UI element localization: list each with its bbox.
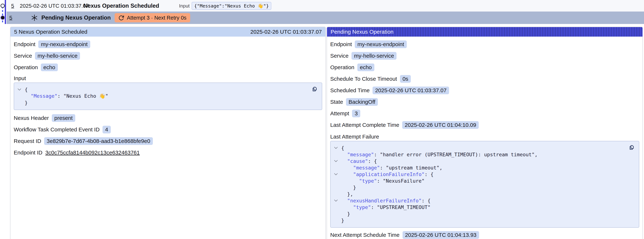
json-text: : "upstream timeout",: [380, 165, 442, 170]
field-label: Endpoint ID: [14, 150, 42, 156]
code-text: },: [341, 191, 353, 197]
field-label: Schedule To Close Timeout: [330, 76, 397, 82]
code-line: "type": "NexusFailure": [333, 178, 624, 184]
event-detail-timestamp: 2025-02-26 UTC 01:03:37.07: [250, 29, 322, 35]
field-label: Request ID: [14, 138, 41, 144]
code-text: }: [25, 100, 28, 106]
json-text: }: [341, 211, 350, 217]
collapse-chevron-icon[interactable]: [333, 147, 339, 149]
input-section-label: Input: [14, 74, 322, 82]
field-value-badge: 2025-02-26 UTC 01:04:13.93: [402, 231, 479, 239]
json-text: },: [341, 191, 353, 197]
event-fields-bottom: Nexus HeaderpresentWorkflow Task Complet…: [14, 112, 322, 158]
json-text: }: [341, 218, 344, 223]
code-line: }: [17, 99, 307, 106]
pending-operation-panel: Pending Nexus Operation Endpointmy-nexus…: [326, 27, 643, 239]
code-line: "cause": {: [333, 158, 624, 164]
field-label: Attempt: [330, 110, 349, 116]
json-text: : {: [424, 172, 434, 177]
input-json-block: { "Message": "Nexus Echo 👋"}: [14, 82, 322, 110]
code-line: "type": "UPSTREAM_TIMEOUT": [333, 204, 624, 210]
json-text: [341, 172, 353, 177]
field-label: State: [330, 99, 343, 105]
timeline-active-bar: [5, 0, 6, 24]
field-row: Endpointmy-nexus-endpoint: [14, 38, 322, 50]
event-timestamp: 2025-02-26 UTC 01:03:37.07: [20, 3, 89, 9]
field-row: Workflow Task Completed Event ID4: [14, 124, 322, 135]
pending-operation-title: Pending Nexus Operation: [330, 29, 394, 35]
copy-button[interactable]: [628, 144, 635, 151]
timeline-pending-circle-icon[interactable]: [1, 16, 4, 20]
history-row-pending-selected[interactable]: 5 Pending Nexus Operation Attempt 3 · Ne…: [6, 12, 644, 24]
collapse-chevron-icon[interactable]: [333, 173, 339, 175]
field-label: Endpoint: [330, 41, 352, 48]
code-line: "Message": "Nexus Echo 👋": [17, 93, 307, 99]
failure-section-label: Last Attempt Failure: [330, 132, 639, 141]
field-value-badge: my-hello-service: [352, 52, 396, 60]
code-text: "message": "handler error (UPSTREAM_TIME…: [341, 152, 538, 158]
field-label: Operation: [330, 64, 354, 70]
event-input-chip[interactable]: {"Message":"Nexus Echo 👋"}: [192, 2, 271, 10]
field-value-badge: present: [52, 114, 75, 122]
pending-footer-fields: Next Attempt Schedule Time2025-02-26 UTC…: [330, 229, 639, 239]
code-text: {: [25, 87, 28, 92]
field-row: Nexus Headerpresent: [14, 112, 322, 124]
json-text: [341, 158, 347, 164]
json-text: : {: [368, 158, 377, 164]
field-row: Next Attempt Schedule Time2025-02-26 UTC…: [330, 229, 639, 239]
field-row: StateBackingOff: [330, 96, 639, 108]
history-row-scheduled[interactable]: 5 2025-02-26 UTC 01:03:37.07 Nexus Opera…: [6, 0, 644, 12]
collapse-chevron-icon[interactable]: [333, 160, 339, 162]
pending-event-title: Pending Nexus Operation: [41, 14, 111, 21]
event-detail-title: 5 Nexus Operation Scheduled: [14, 29, 87, 35]
json-text: : {: [422, 198, 430, 204]
event-title: Nexus Operation Scheduled: [84, 2, 159, 9]
code-text: }: [341, 211, 350, 217]
timeline-event-circle-icon[interactable]: [0, 4, 5, 8]
collapse-chevron-icon[interactable]: [333, 200, 339, 202]
pending-fields: Endpointmy-nexus-endpointServicemy-hello…: [330, 38, 639, 131]
code-text: "type": "UPSTREAM_TIMEOUT": [341, 204, 430, 210]
copy-button[interactable]: [311, 86, 318, 93]
field-value-badge: 4: [102, 126, 111, 134]
field-row: Operationecho: [14, 62, 322, 73]
field-value-badge: echo: [41, 64, 58, 71]
field-label: Nexus Header: [14, 115, 49, 121]
field-value-badge: my-nexus-endpoint: [38, 40, 90, 48]
json-key: "message": [347, 152, 374, 158]
code-line: },: [333, 191, 624, 197]
event-input-label: Input: [179, 3, 190, 8]
json-key: "applicationFailureInfo": [353, 172, 424, 177]
json-text: : "UPSTREAM_TIMEOUT": [371, 204, 430, 210]
field-label: Next Attempt Schedule Time: [330, 232, 400, 238]
code-text: "Message": "Nexus Echo 👋": [25, 93, 108, 99]
code-line: }: [333, 184, 624, 191]
field-value-badge: 2025-02-26 UTC 01:03:37.07: [372, 86, 449, 94]
json-text: [341, 178, 359, 184]
json-text: {: [341, 145, 344, 151]
pending-asterisk-icon: [31, 14, 38, 22]
code-line: "applicationFailureInfo": {: [333, 171, 624, 178]
code-line: }: [333, 217, 624, 224]
field-label: Operation: [14, 64, 38, 70]
field-value-link[interactable]: 3c0c75ccfa8144b092c13ce632463761: [46, 150, 140, 156]
code-text: "cause": {: [341, 158, 377, 164]
code-text: }: [341, 218, 344, 223]
code-text: {: [341, 145, 344, 151]
json-key: "cause": [347, 158, 368, 164]
event-fields-top: Endpointmy-nexus-endpointServicemy-hello…: [14, 38, 322, 73]
code-text: }: [341, 185, 356, 190]
event-id-link[interactable]: 5: [11, 3, 14, 9]
collapse-chevron-icon[interactable]: [17, 88, 22, 90]
json-key: "nexusHandlerFailureInfo": [347, 198, 422, 204]
json-text: [25, 93, 31, 99]
field-row: Servicemy-hello-service: [330, 50, 639, 62]
pending-operation-header: Pending Nexus Operation: [327, 27, 642, 36]
field-row: Schedule To Close Timeout0s: [330, 73, 639, 84]
field-value-badge: 2025-02-26 UTC 01:04:10.09: [402, 121, 479, 129]
code-line: }: [333, 210, 624, 217]
json-text: }: [341, 185, 356, 190]
event-id-link[interactable]: 5: [9, 15, 12, 21]
json-key: "type": [353, 204, 371, 210]
json-key: "type": [359, 178, 377, 184]
